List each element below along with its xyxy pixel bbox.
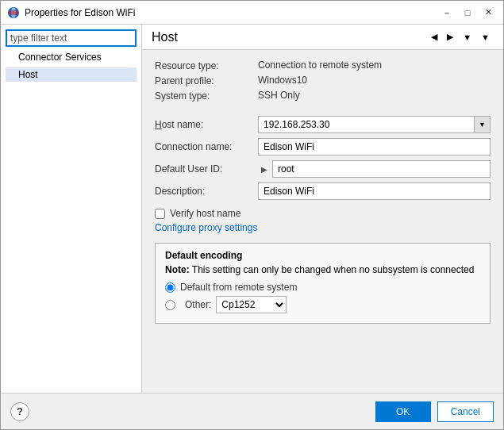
window-controls: − □ ✕	[438, 4, 497, 21]
history-dropdown-button[interactable]: ▼	[459, 30, 475, 44]
resource-type-row: Resource type: Connection to remote syst…	[155, 60, 491, 71]
forward-icon: ▶	[447, 32, 453, 42]
user-id-input[interactable]	[272, 160, 491, 178]
window-title: Properties for Edison WiFi	[25, 7, 438, 18]
encoding-note-text: This setting can only be changed when no…	[192, 264, 475, 275]
panel-body: Resource type: Connection to remote syst…	[142, 50, 503, 393]
verify-host-row: Verify host name	[155, 208, 491, 219]
back-button[interactable]: ◀	[427, 29, 441, 44]
chevron-down-icon: ▼	[463, 33, 471, 42]
filter-input[interactable]	[6, 29, 137, 47]
main-content: Connector Services Host Host ◀ ▶ ▼	[1, 25, 503, 393]
title-bar: Properties for Edison WiFi − □ ✕	[1, 1, 503, 25]
verify-host-checkbox[interactable]	[155, 209, 165, 219]
encoding-default-radio[interactable]	[165, 282, 175, 293]
action-buttons: OK Cancel	[375, 401, 494, 422]
cancel-button[interactable]: Cancel	[437, 401, 494, 422]
connection-name-label: Connection name:	[155, 141, 258, 152]
sidebar-item-host[interactable]: Host	[6, 67, 137, 82]
hostname-dropdown-button[interactable]: ▼	[475, 116, 491, 133]
right-panel: Host ◀ ▶ ▼ ▼	[142, 25, 503, 393]
minimize-button[interactable]: −	[438, 4, 456, 21]
hostname-input[interactable]	[258, 116, 475, 133]
user-id-icon: ▶	[258, 165, 271, 174]
sidebar: Connector Services Host	[1, 25, 142, 393]
encoding-note-bold: Note:	[165, 264, 190, 275]
forward-button[interactable]: ▶	[443, 29, 457, 44]
panel-toolbar: ◀ ▶ ▼ ▼	[427, 29, 494, 44]
hostname-label: Host name:	[155, 119, 258, 130]
configure-proxy-link[interactable]: Configure proxy settings	[155, 222, 257, 233]
panel-header: Host ◀ ▶ ▼ ▼	[142, 25, 503, 50]
system-type-value: SSH Only	[258, 90, 300, 101]
user-id-label: Default User ID:	[155, 163, 258, 175]
bottom-bar: ? OK Cancel	[1, 393, 503, 429]
sidebar-item-connector-services[interactable]: Connector Services	[6, 50, 137, 64]
user-id-field-container: ▶	[258, 160, 491, 178]
system-type-row: System type: SSH Only	[155, 90, 491, 102]
hostname-row: Host name: ▼	[155, 116, 491, 133]
connection-name-input[interactable]	[258, 138, 491, 155]
encoding-note: Note: This setting can only be changed w…	[165, 264, 480, 275]
encoding-radio1-row: Default from remote system	[165, 282, 480, 293]
parent-profile-row: Parent profile: Windows10	[155, 75, 491, 86]
encoding-box: Default encoding Note: This setting can …	[155, 243, 491, 324]
encoding-other-radio[interactable]	[165, 300, 175, 310]
encoding-other-label: Other:	[185, 299, 211, 310]
hostname-field-container: ▼	[258, 116, 491, 133]
panel-title: Host	[152, 30, 178, 44]
panel-menu-button[interactable]: ▼	[477, 30, 494, 44]
verify-host-label: Verify host name	[170, 208, 240, 219]
back-icon: ◀	[431, 32, 437, 42]
encoding-title: Default encoding	[165, 250, 480, 261]
proxy-link-row: Configure proxy settings	[155, 222, 491, 233]
encoding-default-label: Default from remote system	[180, 282, 297, 293]
resource-type-value: Connection to remote system	[258, 60, 382, 71]
description-input[interactable]	[258, 182, 491, 200]
main-window: Properties for Edison WiFi − □ ✕ Connect…	[0, 0, 504, 430]
description-label: Description:	[155, 186, 258, 197]
resource-type-label: Resource type:	[155, 60, 258, 71]
help-icon: ?	[17, 405, 23, 417]
encoding-radio2-row: Other: Cp1252 UTF-8 ISO-8859-1	[165, 296, 480, 313]
close-button[interactable]: ✕	[479, 4, 497, 21]
encoding-other-select[interactable]: Cp1252 UTF-8 ISO-8859-1	[216, 296, 287, 313]
help-button[interactable]: ?	[10, 402, 29, 421]
window-icon	[7, 6, 20, 19]
maximize-button[interactable]: □	[459, 4, 476, 21]
svg-point-2	[8, 10, 19, 15]
parent-profile-label: Parent profile:	[155, 75, 258, 86]
description-row: Description:	[155, 182, 491, 200]
ok-button[interactable]: OK	[375, 401, 431, 422]
system-type-label: System type:	[155, 90, 258, 102]
menu-dropdown-icon: ▼	[481, 33, 490, 42]
parent-profile-value: Windows10	[258, 75, 307, 86]
connection-name-row: Connection name:	[155, 138, 491, 155]
user-id-row: Default User ID: ▶	[155, 160, 491, 178]
